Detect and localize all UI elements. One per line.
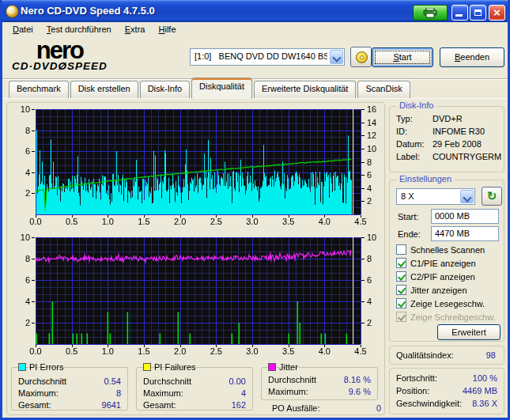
disk-info-title: Disk-Info [396, 100, 436, 110]
pi-failures-total-row: Gesamt:162 [137, 399, 252, 411]
title-bar[interactable]: Nero CD-DVD Speed 4.7.5.0 × [0, 0, 510, 22]
disc-icon [356, 51, 368, 63]
checkbox-icon[interactable] [396, 244, 406, 255]
checkbox-icon[interactable] [396, 285, 406, 295]
checkbox-icon[interactable] [396, 298, 406, 308]
minimize-button[interactable] [451, 5, 468, 21]
jitter-maximum-row: Maximum:9.6 % [262, 385, 377, 397]
speed-label: Geschwindigkeit: [396, 399, 462, 408]
cddvdspeed-logo-text: CD·DVDØSPEED [12, 61, 108, 72]
tab-benchmark[interactable]: Benchmark [9, 81, 69, 99]
pi-failures-jitter-chart [6, 232, 385, 360]
drive-selector-value: [1:0] BENQ DVD DD DW1640 BSRB [195, 51, 327, 61]
diskqualitaet-page: PI Errors Durchschnitt0.54 Maximum:8 Ges… [2, 98, 508, 418]
po-failures-row: PO Ausfälle:0 [266, 402, 387, 414]
progress-panel: Fortschritt: 100 % Position: 4469 MB Ges… [389, 368, 504, 414]
quality-index-value: 98 [486, 350, 496, 360]
menu-test-durchfuehren[interactable]: Test durchführen [41, 22, 117, 36]
jitter-swatch-icon [268, 363, 276, 371]
pi-errors-total-row: Gesamt:9641 [12, 399, 127, 411]
pi-errors-stats-panel: PI Errors Durchschnitt0.54 Maximum:8 Ges… [11, 367, 128, 411]
printer-icon [423, 8, 437, 18]
checkbox-jitter-anzeigen[interactable]: Jitter anzeigen [396, 284, 467, 296]
refresh-button[interactable]: ↻ [482, 187, 502, 206]
tab-erweiterte-diskqualitaet[interactable]: Erweiterte Diskqualität [254, 81, 356, 99]
speed-select-arrow[interactable] [460, 190, 474, 203]
checkbox-icon[interactable] [396, 258, 406, 268]
tab-strip: Benchmark Disk erstellen Disk-Info Diskq… [9, 81, 412, 99]
speed-value: 8.36 X [472, 399, 497, 408]
start-button[interactable]: Start [372, 47, 433, 67]
app-disc-icon [6, 5, 19, 18]
start-field-label: Start: [398, 212, 418, 221]
advanced-button[interactable]: Erweitert [437, 324, 501, 340]
pi-errors-chart [6, 104, 385, 233]
close-button[interactable]: × [489, 5, 505, 21]
chevron-down-icon [463, 193, 471, 202]
end-field[interactable]: 4470 MB [431, 226, 499, 241]
maximize-icon [474, 9, 482, 16]
pi-errors-title: PI Errors [29, 362, 63, 372]
nero-logo: nero CD·DVDØSPEED [12, 40, 108, 72]
refresh-icon: ↻ [487, 189, 497, 202]
menu-bar: Datei Test durchführen Extra Hilfe [2, 22, 508, 37]
app-window: Nero CD-DVD Speed 4.7.5.0 × Datei Test d… [0, 0, 510, 420]
settings-panel: Einstellungen 8 X ↻ Start: 0000 MB Ende:… [389, 180, 504, 342]
print-button[interactable] [413, 5, 448, 21]
pi-failures-swatch-icon [143, 363, 151, 371]
window-title: Nero CD-DVD Speed 4.7.5.0 [21, 5, 155, 17]
tab-scandisk[interactable]: ScanDisk [357, 81, 410, 99]
start-field[interactable]: 0000 MB [431, 209, 499, 224]
speed-select-value: 8 X [401, 191, 414, 201]
menu-extra[interactable]: Extra [119, 22, 151, 36]
pi-failures-stats-panel: PI Failures Durchschnitt0.00 Maximum:4 G… [136, 367, 253, 411]
progress-value: 100 % [473, 373, 497, 383]
checkbox-icon[interactable] [396, 271, 406, 282]
pi-failures-average-row: Durchschnitt0.00 [137, 375, 252, 387]
pi-errors-stats-legend: PI Errors [17, 362, 65, 372]
drive-selector-arrow[interactable] [330, 50, 343, 64]
jitter-stats-panel: Jitter Durchschnitt8.16 % Maximum:9.6 % [261, 367, 378, 400]
chevron-down-icon [332, 53, 341, 62]
pi-errors-swatch-icon [18, 363, 26, 371]
exit-button[interactable]: Beenden [440, 47, 504, 67]
pi-failures-maximum-row: Maximum:4 [137, 387, 252, 399]
quality-index-label: Qualitätsindex: [396, 350, 454, 360]
checkbox-c1-pie-anzeigen[interactable]: C1/PIE anzeigen [396, 257, 476, 269]
eject-disc-button[interactable] [350, 47, 372, 67]
checkbox-icon [396, 312, 406, 322]
checkbox-schnelles-scannen[interactable]: Schnelles Scannen [396, 244, 485, 255]
nero-logo-text: nero [12, 40, 108, 61]
tab-disk-erstellen[interactable]: Disk erstellen [70, 81, 138, 99]
checkbox-c2-pif-anzeigen[interactable]: C2/PIF anzeigen [396, 271, 475, 282]
checkbox-zeige-schreibgeschw: Zeige Schreibgeschw. [396, 311, 496, 323]
tab-diskqualitaet[interactable]: Diskqualität [191, 78, 252, 99]
jitter-average-row: Durchschnitt8.16 % [262, 373, 377, 385]
disk-info-panel: Disk-Info Typ: DVD+R ID: INFOME R30 Datu… [389, 106, 504, 172]
jitter-title: Jitter [279, 362, 298, 372]
pi-failures-stats-legend: PI Failures [142, 362, 198, 372]
progress-label: Fortschritt: [396, 373, 437, 383]
speed-select[interactable]: 8 X [396, 188, 475, 205]
position-value: 4469 MB [463, 386, 497, 395]
pi-errors-maximum-row: Maximum:8 [12, 387, 127, 399]
quality-index-panel: Qualitätsindex: 98 [389, 346, 504, 365]
close-icon: × [493, 6, 501, 19]
minimize-icon [455, 14, 463, 17]
pi-errors-average-row: Durchschnitt0.54 [12, 375, 127, 387]
menu-datei[interactable]: Datei [7, 22, 39, 36]
maximize-button[interactable] [470, 5, 486, 21]
position-label: Position: [396, 386, 429, 395]
tab-disk-info[interactable]: Disk-Info [140, 81, 190, 99]
settings-title: Einstellungen [396, 174, 455, 184]
drive-selector[interactable]: [1:0] BENQ DVD DD DW1640 BSRB [190, 48, 345, 66]
header: nero CD·DVDØSPEED [1:0] BENQ DVD DD DW16… [2, 37, 508, 79]
checkbox-zeige-lesegeschw[interactable]: Zeige Lesegeschw. [396, 297, 485, 309]
jitter-stats-legend: Jitter [266, 362, 300, 372]
menu-hilfe[interactable]: Hilfe [153, 22, 182, 36]
end-field-label: Ende: [398, 229, 421, 239]
pi-failures-title: PI Failures [154, 362, 196, 372]
